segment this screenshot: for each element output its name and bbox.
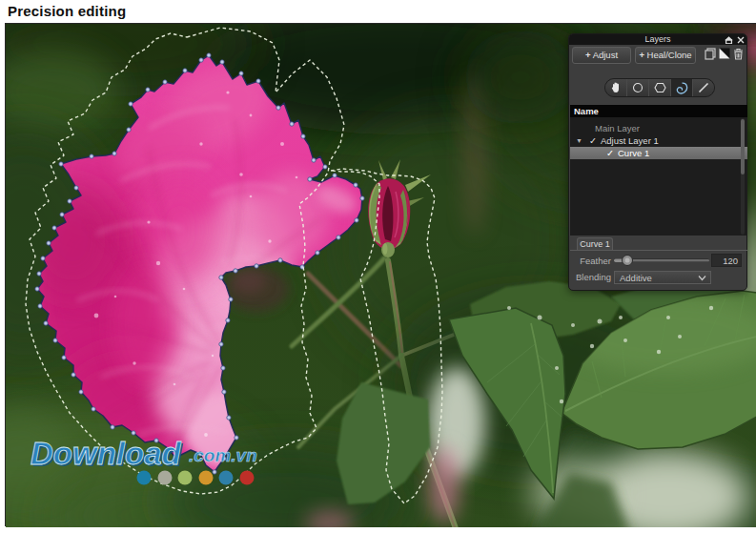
svg-text:Download: Download [31,436,181,471]
svg-text:.com.vn: .com.vn [189,445,257,465]
